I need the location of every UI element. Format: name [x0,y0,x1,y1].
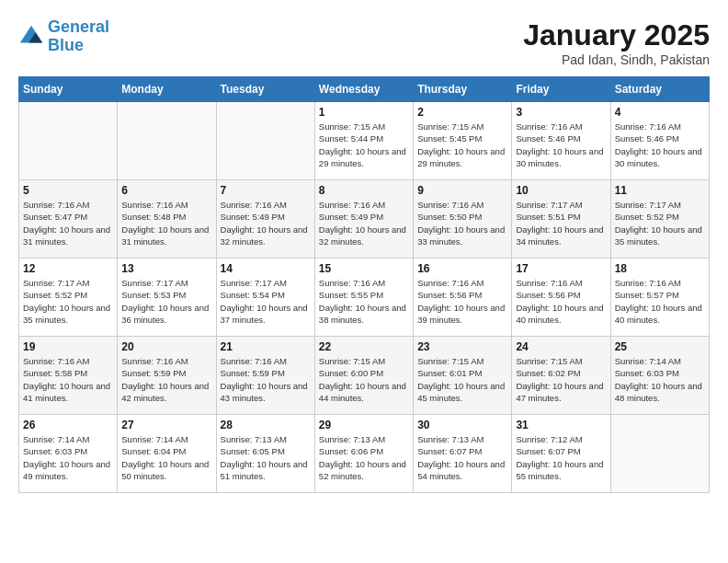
day-info: Sunrise: 7:13 AM Sunset: 6:07 PM Dayligh… [417,433,507,482]
title-area: January 2025 Pad Idan, Sindh, Pakistan [523,18,710,67]
day-number: 17 [516,262,606,275]
day-number: 16 [417,262,507,275]
day-info: Sunrise: 7:13 AM Sunset: 6:05 PM Dayligh… [221,433,311,482]
day-info: Sunrise: 7:16 AM Sunset: 5:47 PM Dayligh… [23,199,113,247]
day-number: 19 [23,340,113,353]
calendar-cell: 1Sunrise: 7:15 AM Sunset: 5:44 PM Daylig… [314,102,413,180]
day-info: Sunrise: 7:14 AM Sunset: 6:03 PM Dayligh… [23,433,113,482]
day-number: 2 [417,106,507,119]
calendar-cell: 2Sunrise: 7:15 AM Sunset: 5:45 PM Daylig… [414,102,512,180]
day-info: Sunrise: 7:17 AM Sunset: 5:53 PM Dayligh… [121,277,211,326]
day-number: 23 [417,340,507,353]
day-number: 1 [319,106,409,119]
calendar-week-row: 12Sunrise: 7:17 AM Sunset: 5:52 PM Dayli… [19,259,710,337]
day-info: Sunrise: 7:16 AM Sunset: 5:48 PM Dayligh… [121,199,211,247]
weekday-header-wednesday: Wednesday [314,77,413,102]
calendar-cell: 18Sunrise: 7:16 AM Sunset: 5:57 PM Dayli… [610,259,709,337]
calendar-week-row: 1Sunrise: 7:15 AM Sunset: 5:44 PM Daylig… [19,102,710,180]
calendar-cell: 30Sunrise: 7:13 AM Sunset: 6:07 PM Dayli… [414,415,512,493]
day-number: 27 [121,419,211,431]
day-number: 9 [417,184,507,197]
month-title: January 2025 [523,18,710,52]
day-info: Sunrise: 7:15 AM Sunset: 6:01 PM Dayligh… [417,355,507,404]
logo-text: General Blue [48,18,109,55]
day-number: 14 [221,262,311,275]
day-info: Sunrise: 7:16 AM Sunset: 5:59 PM Dayligh… [221,355,311,404]
day-info: Sunrise: 7:16 AM Sunset: 5:59 PM Dayligh… [121,355,211,404]
weekday-header-sunday: Sunday [19,77,118,102]
day-number: 22 [319,340,409,353]
day-number: 3 [516,106,606,119]
weekday-header-thursday: Thursday [414,77,512,102]
day-number: 6 [121,184,211,197]
calendar-cell: 23Sunrise: 7:15 AM Sunset: 6:01 PM Dayli… [414,337,512,415]
day-info: Sunrise: 7:16 AM Sunset: 5:50 PM Dayligh… [417,199,507,247]
day-number: 28 [221,419,311,431]
calendar-cell: 25Sunrise: 7:14 AM Sunset: 6:03 PM Dayli… [610,337,709,415]
header: General Blue January 2025 Pad Idan, Sind… [18,18,710,67]
day-info: Sunrise: 7:15 AM Sunset: 5:45 PM Dayligh… [417,121,507,169]
day-info: Sunrise: 7:16 AM Sunset: 5:49 PM Dayligh… [319,199,409,247]
day-info: Sunrise: 7:16 AM Sunset: 5:56 PM Dayligh… [516,277,606,326]
day-info: Sunrise: 7:16 AM Sunset: 5:58 PM Dayligh… [23,355,113,404]
calendar-header-row: SundayMondayTuesdayWednesdayThursdayFrid… [19,77,710,102]
day-info: Sunrise: 7:16 AM Sunset: 5:55 PM Dayligh… [319,277,409,326]
day-number: 12 [23,262,113,275]
day-number: 15 [319,262,409,275]
calendar-cell: 21Sunrise: 7:16 AM Sunset: 5:59 PM Dayli… [216,337,314,415]
weekday-header-saturday: Saturday [610,77,709,102]
calendar-cell: 12Sunrise: 7:17 AM Sunset: 5:52 PM Dayli… [19,259,118,337]
day-info: Sunrise: 7:16 AM Sunset: 5:46 PM Dayligh… [615,121,705,169]
day-number: 5 [23,184,113,197]
day-number: 24 [516,340,606,353]
day-info: Sunrise: 7:12 AM Sunset: 6:07 PM Dayligh… [516,433,606,482]
day-number: 13 [121,262,211,275]
day-info: Sunrise: 7:15 AM Sunset: 6:02 PM Dayligh… [516,355,606,404]
calendar-cell: 19Sunrise: 7:16 AM Sunset: 5:58 PM Dayli… [19,337,118,415]
day-info: Sunrise: 7:13 AM Sunset: 6:06 PM Dayligh… [319,433,409,482]
calendar-cell: 8Sunrise: 7:16 AM Sunset: 5:49 PM Daylig… [314,180,413,259]
day-info: Sunrise: 7:14 AM Sunset: 6:04 PM Dayligh… [121,433,211,482]
calendar-cell: 24Sunrise: 7:15 AM Sunset: 6:02 PM Dayli… [512,337,610,415]
day-info: Sunrise: 7:14 AM Sunset: 6:03 PM Dayligh… [615,355,705,404]
weekday-header-monday: Monday [118,77,216,102]
day-number: 7 [221,184,311,197]
day-number: 11 [615,184,705,197]
weekday-header-friday: Friday [512,77,610,102]
calendar-cell: 10Sunrise: 7:17 AM Sunset: 5:51 PM Dayli… [512,180,610,259]
calendar-cell: 27Sunrise: 7:14 AM Sunset: 6:04 PM Dayli… [118,415,216,493]
day-number: 21 [221,340,311,353]
calendar-table: SundayMondayTuesdayWednesdayThursdayFrid… [18,76,710,493]
calendar-cell [19,102,118,180]
calendar-cell: 6Sunrise: 7:16 AM Sunset: 5:48 PM Daylig… [118,180,216,259]
day-info: Sunrise: 7:16 AM Sunset: 5:57 PM Dayligh… [615,277,705,326]
day-info: Sunrise: 7:15 AM Sunset: 6:00 PM Dayligh… [319,355,409,404]
day-info: Sunrise: 7:17 AM Sunset: 5:51 PM Dayligh… [516,199,606,247]
day-info: Sunrise: 7:16 AM Sunset: 5:49 PM Dayligh… [221,199,311,247]
logo-icon [18,24,44,50]
day-number: 10 [516,184,606,197]
day-number: 26 [23,419,113,431]
calendar-cell: 7Sunrise: 7:16 AM Sunset: 5:49 PM Daylig… [216,180,314,259]
day-info: Sunrise: 7:16 AM Sunset: 5:56 PM Dayligh… [417,277,507,326]
day-number: 4 [615,106,705,119]
calendar-cell: 3Sunrise: 7:16 AM Sunset: 5:46 PM Daylig… [512,102,610,180]
day-number: 30 [417,419,507,431]
calendar-cell [216,102,314,180]
calendar-cell: 17Sunrise: 7:16 AM Sunset: 5:56 PM Dayli… [512,259,610,337]
calendar-cell: 20Sunrise: 7:16 AM Sunset: 5:59 PM Dayli… [118,337,216,415]
calendar-week-row: 5Sunrise: 7:16 AM Sunset: 5:47 PM Daylig… [19,180,710,259]
calendar-cell [118,102,216,180]
calendar-cell: 9Sunrise: 7:16 AM Sunset: 5:50 PM Daylig… [414,180,512,259]
day-info: Sunrise: 7:17 AM Sunset: 5:52 PM Dayligh… [615,199,705,247]
logo: General Blue [18,18,109,55]
location: Pad Idan, Sindh, Pakistan [523,52,710,67]
day-info: Sunrise: 7:17 AM Sunset: 5:54 PM Dayligh… [221,277,311,326]
calendar-cell [610,415,709,493]
day-number: 25 [615,340,705,353]
calendar-cell: 22Sunrise: 7:15 AM Sunset: 6:00 PM Dayli… [314,337,413,415]
calendar-cell: 15Sunrise: 7:16 AM Sunset: 5:55 PM Dayli… [314,259,413,337]
calendar-cell: 5Sunrise: 7:16 AM Sunset: 5:47 PM Daylig… [19,180,118,259]
calendar-cell: 11Sunrise: 7:17 AM Sunset: 5:52 PM Dayli… [610,180,709,259]
calendar-cell: 26Sunrise: 7:14 AM Sunset: 6:03 PM Dayli… [19,415,118,493]
